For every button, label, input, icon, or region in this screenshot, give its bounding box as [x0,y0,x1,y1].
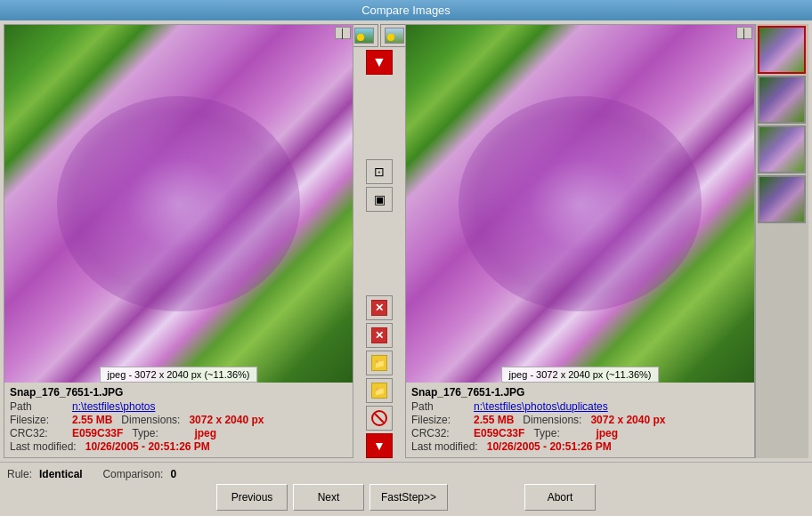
left-crc-value: E059C33F [72,427,123,439]
left-dimensions-label: Dimensions: [121,414,180,426]
right-crc-value: E059C33F [474,427,524,439]
right-filename: Snap_176_7651-1.JPG [411,386,749,399]
thumbnail-4[interactable] [758,175,806,223]
thumbnail-sidebar [755,24,808,458]
right-crc-label: CRC32: [411,427,465,439]
right-modified-value: 10/26/2005 - 20:51:26 PM [487,440,612,453]
left-image-label: jpeg - 3072 x 2040 px (~11.36%) [100,367,258,383]
comparison-value: 0 [170,468,176,480]
right-dimensions-value: 3072 x 2040 px [590,414,665,426]
right-image [406,25,754,383]
thumbnail-1[interactable] [758,26,806,74]
delete-right-btn[interactable]: ✕ [366,323,393,348]
window-title: Compare Images [361,4,451,17]
left-filesize-value: 2.55 MB [72,414,112,426]
right-dimensions-label: Dimensions: [523,414,581,426]
down-arrow-icon: ▼ [372,54,386,70]
comparison-label: Comparison: [102,468,163,480]
right-type-label: Type: [533,427,587,439]
move-left-btn[interactable]: 📁 [366,351,393,375]
delete-left-btn[interactable]: ✕ [366,295,393,320]
left-type-value: jpeg [194,427,216,439]
folder-icon-right: 📁 [371,383,387,399]
right-path-label: Path [411,400,465,413]
x-icon-left: ✕ [371,300,387,316]
left-path-value[interactable]: n:\testfiles\photos [72,400,155,413]
right-panel: jpeg - 3072 x 2040 px (~11.36%) │ Snap_1… [405,24,755,458]
previous-button[interactable]: Previous [216,484,288,511]
middle-panel: ▼ ⊡ ▣ ✕ ✕ 📁 📁 ▼ [353,20,405,462]
maximize-icon: ▣ [374,192,386,206]
right-path-value[interactable]: n:\testfiles\photos\duplicates [474,400,608,413]
left-image-icon-btn[interactable] [350,24,378,47]
right-modified-label: Last modified: [411,440,478,453]
down-action-icon: ▼ [373,439,386,453]
ban-btn[interactable] [366,406,393,431]
left-panel: jpeg - 3072 x 2040 px (~11.36%) │ Snap_1… [4,24,353,458]
rule-label: Rule: [7,468,32,480]
left-img-icon [354,28,374,44]
left-filesize-label: Filesize: [10,414,63,426]
title-bar: Compare Images [0,0,812,20]
left-type-label: Type: [132,427,185,439]
ban-icon [371,410,387,426]
next-button[interactable]: Next [293,484,364,511]
bottom-bar: Rule: Identical Comparison: 0 Previous N… [0,462,812,516]
right-img-icon [385,28,404,44]
folder-icon-left: 📁 [371,355,387,371]
maximize-btn[interactable]: ▣ [366,187,393,212]
restore-btn[interactable]: ⊡ [366,159,393,184]
right-image-container: jpeg - 3072 x 2040 px (~11.36%) │ [406,25,754,383]
left-image [4,25,353,383]
rule-value: Identical [39,468,83,480]
x-icon-right: ✕ [371,327,387,343]
down-action-btn[interactable]: ▼ [366,433,393,458]
top-image-icons [350,24,409,47]
left-modified-value: 10/26/2005 - 20:51:26 PM [85,440,210,453]
right-image-label: jpeg - 3072 x 2040 px (~11.36%) [501,367,660,383]
left-crc-label: CRC32: [10,427,63,439]
left-modified-label: Last modified: [10,440,77,453]
right-filesize-value: 2.55 MB [474,414,514,426]
faststep-button[interactable]: FastStep>> [369,484,448,511]
thumbnail-2[interactable] [758,76,806,124]
move-right-btn[interactable]: 📁 [366,378,393,403]
left-minimize-btn[interactable]: │ [335,27,351,39]
right-minimize-btn[interactable]: │ [736,27,752,39]
left-file-info: Snap_176_7651-1.JPG Path n:\testfiles\ph… [4,383,353,457]
left-dimensions-value: 3072 x 2040 px [189,414,264,426]
abort-button[interactable]: Abort [524,484,596,511]
download-arrow-btn[interactable]: ▼ [366,50,393,75]
right-type-value: jpeg [596,427,618,439]
right-filesize-label: Filesize: [411,414,465,426]
restore-icon: ⊡ [374,165,385,179]
thumbnail-3[interactable] [758,125,806,173]
left-path-label: Path [10,400,63,413]
left-image-container: jpeg - 3072 x 2040 px (~11.36%) │ [4,25,353,383]
left-filename: Snap_176_7651-1.JPG [10,386,347,399]
right-file-info: Snap_176_7651-1.JPG Path n:\testfiles\ph… [406,383,754,457]
